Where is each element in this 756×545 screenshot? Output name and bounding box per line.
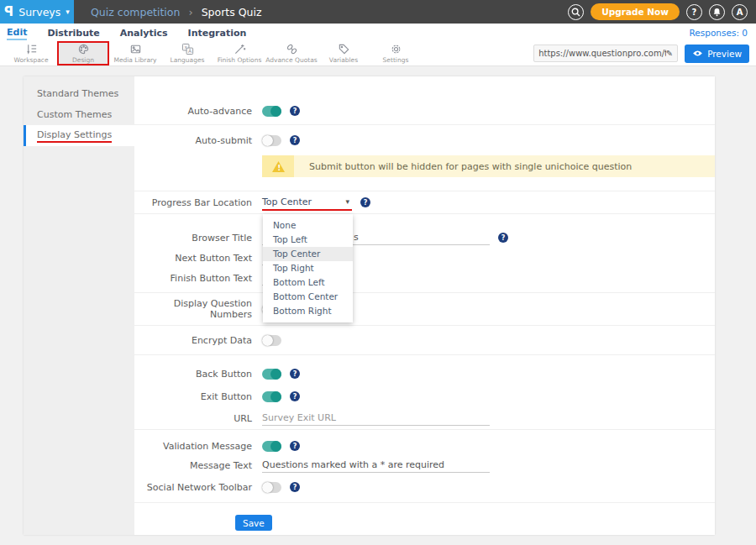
- edit-url-pencil-icon[interactable]: ✎: [666, 49, 673, 58]
- toolbar-item-settings[interactable]: Settings: [370, 41, 422, 66]
- warning-text: Submit button will be hidden for pages w…: [294, 155, 715, 177]
- divider: [134, 213, 715, 214]
- toolbar-item-advance-quotas[interactable]: Advance Quotas: [265, 41, 318, 66]
- help-icon[interactable]: ?: [498, 233, 508, 243]
- chain-link-icon: [286, 43, 298, 55]
- exit-button-toggle[interactable]: [262, 391, 281, 402]
- social-network-toolbar-toggle[interactable]: [262, 482, 281, 493]
- notifications-button[interactable]: [709, 4, 725, 20]
- responses-count[interactable]: Responses: 0: [690, 28, 756, 38]
- back-button-toggle[interactable]: [262, 369, 281, 380]
- page-content: Standard Themes Custom Themes Display Se…: [0, 66, 756, 545]
- menu-option-top-left[interactable]: Top Left: [263, 233, 353, 247]
- menu-option-bottom-right[interactable]: Bottom Right: [263, 304, 353, 318]
- sidebar-item-custom-themes[interactable]: Custom Themes: [24, 104, 134, 125]
- toolbar-item-workspace[interactable]: Workspace: [5, 41, 57, 66]
- sidebar-item-standard-themes[interactable]: Standard Themes: [24, 83, 134, 104]
- toolbar-item-label: Languages: [171, 56, 205, 64]
- back-button-row: Back Button ?: [134, 362, 715, 385]
- toolbar-item-label: Finish Options: [218, 56, 262, 64]
- menu-option-top-center[interactable]: Top Center: [263, 247, 353, 261]
- help-button[interactable]: ?: [686, 4, 702, 20]
- toggle-knob: [262, 335, 273, 346]
- progress-bar-location-select[interactable]: Top Center ▾: [262, 197, 352, 209]
- sidebar-item-display-settings[interactable]: Display Settings: [24, 125, 134, 146]
- encrypt-data-label: Encrypt Data: [134, 335, 252, 346]
- exit-url-input[interactable]: Survey Exit URL: [262, 411, 490, 426]
- selected-option-value: Top Center: [262, 197, 312, 207]
- tab-analytics[interactable]: Analytics: [120, 26, 168, 39]
- avatar[interactable]: A: [732, 4, 748, 20]
- tab-distribute[interactable]: Distribute: [47, 26, 99, 39]
- auto-submit-row: Auto-submit ?: [134, 125, 715, 155]
- survey-url-value: https://www.questionpro.com/t/APNrFZ: [538, 49, 666, 58]
- toolbar-item-label: Advance Quotas: [265, 56, 317, 64]
- exit-url-label: URL: [134, 413, 252, 424]
- help-icon[interactable]: ?: [290, 482, 300, 492]
- toolbar-item-design[interactable]: Design: [57, 41, 109, 66]
- browser-title-value: s: [354, 232, 359, 243]
- validation-message-label: Validation Message: [134, 441, 252, 452]
- auto-submit-toggle[interactable]: [262, 135, 281, 146]
- toolbar-item-label: Workspace: [14, 56, 49, 64]
- eye-icon: [692, 50, 703, 57]
- magic-wand-icon: [234, 43, 246, 55]
- exit-url-placeholder: Survey Exit URL: [262, 412, 336, 423]
- toolbar-item-label: Design: [72, 56, 94, 64]
- progress-bar-location-menu: None Top Left Top Center Top Right Botto…: [263, 214, 353, 322]
- toolbar-item-variables[interactable]: Variables: [318, 41, 370, 66]
- auto-advance-toggle[interactable]: [262, 106, 281, 117]
- tag-icon: [338, 43, 350, 55]
- message-text-input[interactable]: Questions marked with a * are required: [262, 458, 490, 473]
- toolbar-item-media-library[interactable]: Media Library: [109, 41, 161, 66]
- auto-submit-label: Auto-submit: [134, 135, 252, 146]
- surveys-menu[interactable]: P Surveys ▾: [0, 0, 74, 24]
- validation-message-toggle[interactable]: [262, 441, 281, 452]
- message-text-label: Message Text: [134, 460, 252, 471]
- progress-bar-location-row: Progress Bar Location Top Center ▾ None …: [134, 191, 715, 213]
- menu-option-top-right[interactable]: Top Right: [263, 261, 353, 275]
- bell-icon: [712, 8, 722, 17]
- toolbar-item-label: Settings: [383, 56, 409, 64]
- sidebar-item-label: Display Settings: [37, 129, 112, 143]
- help-icon[interactable]: ?: [290, 369, 300, 379]
- main-tabs: Edit Distribute Analytics Integration Re…: [0, 24, 756, 41]
- encrypt-data-toggle[interactable]: [262, 335, 281, 346]
- help-icon[interactable]: ?: [360, 197, 370, 207]
- message-text-row: Message Text Questions marked with a * a…: [134, 455, 715, 475]
- toolbar-item-finish-options[interactable]: Finish Options: [213, 41, 265, 66]
- help-icon[interactable]: ?: [290, 441, 300, 451]
- breadcrumb-folder[interactable]: Quiz competition: [91, 6, 180, 18]
- survey-url-field[interactable]: https://www.questionpro.com/t/APNrFZ ✎: [533, 45, 678, 62]
- tab-integration[interactable]: Integration: [188, 26, 247, 39]
- save-row: Save: [134, 515, 715, 531]
- preview-button[interactable]: Preview: [685, 45, 749, 63]
- search-icon: [571, 8, 580, 17]
- menu-option-bottom-center[interactable]: Bottom Center: [263, 290, 353, 304]
- toolbar-right: https://www.questionpro.com/t/APNrFZ ✎ P…: [533, 41, 756, 66]
- exit-button-row: Exit Button ?: [134, 385, 715, 407]
- svg-text:!: !: [277, 164, 281, 172]
- menu-option-none[interactable]: None: [263, 218, 353, 233]
- display-question-numbers-label: Display Question Numbers: [134, 298, 252, 320]
- select-caret-icon: ▾: [345, 197, 352, 206]
- upgrade-now-button[interactable]: Upgrade Now: [591, 3, 680, 20]
- search-button[interactable]: [568, 4, 584, 20]
- warning-triangle-icon: !: [271, 160, 286, 173]
- chevron-down-icon: ▾: [66, 8, 70, 16]
- browser-title-row: Browser Title s ?: [134, 228, 715, 248]
- menu-option-bottom-left[interactable]: Bottom Left: [263, 275, 353, 290]
- save-button[interactable]: Save: [235, 515, 272, 531]
- tab-edit[interactable]: Edit: [7, 25, 27, 40]
- sidebar-item-label: Custom Themes: [37, 109, 112, 120]
- breadcrumb-survey-name: Sports Quiz: [202, 6, 262, 18]
- toggle-knob: [262, 135, 273, 146]
- divider: [134, 502, 715, 503]
- toolbar-item-languages[interactable]: x A Languages: [161, 41, 213, 66]
- help-icon[interactable]: ?: [290, 391, 300, 401]
- toggle-knob: [270, 369, 281, 380]
- help-icon[interactable]: ?: [290, 135, 300, 145]
- toggle-knob: [270, 391, 281, 402]
- browser-title-label: Browser Title: [134, 233, 252, 244]
- help-icon[interactable]: ?: [290, 106, 300, 116]
